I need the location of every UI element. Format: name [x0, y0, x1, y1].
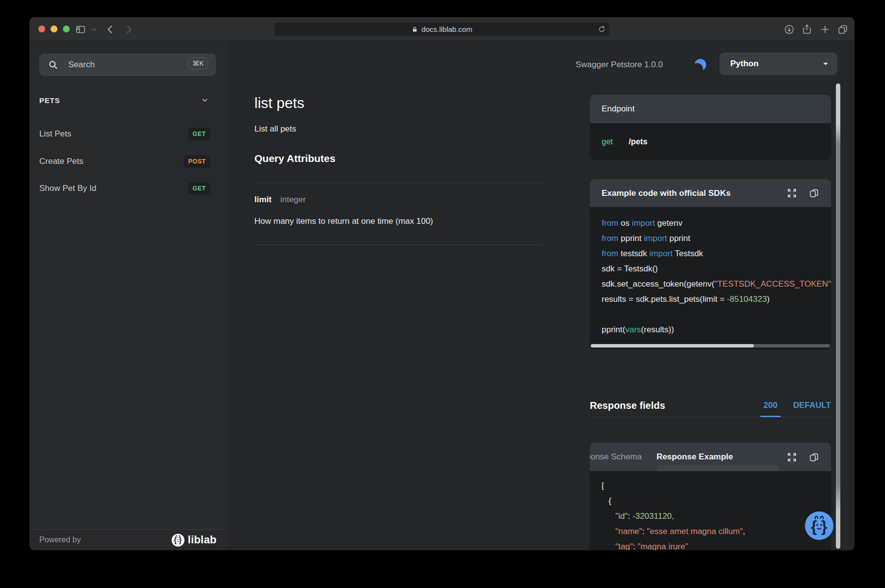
search-placeholder: Search: [68, 60, 95, 70]
attribute-row: limit integer: [254, 195, 306, 205]
page-subtitle: List all pets: [254, 124, 296, 134]
liblab-logo[interactable]: {} liblab: [171, 534, 217, 547]
language-selected-value: Python: [730, 59, 759, 69]
response-example-card: Response Schema Response Example: [590, 443, 831, 550]
example-code-card: Example code with official SDKs: [590, 179, 831, 350]
tab-response-schema[interactable]: Response Schema: [590, 452, 642, 462]
search-input[interactable]: Search ⌘K: [39, 53, 216, 76]
horizontal-scrollbar[interactable]: [591, 344, 830, 347]
zoom-window-button[interactable]: [63, 26, 70, 32]
lock-icon: [412, 26, 418, 33]
endpoint-title: Endpoint: [602, 104, 635, 114]
method-badge-get: GET: [188, 128, 210, 140]
example-card-title: Example code with official SDKs: [602, 188, 731, 198]
search-shortcut-badge: ⌘K: [188, 57, 208, 69]
tab-response-example[interactable]: Response Example: [657, 452, 733, 462]
desktop-background: docs.liblab.com: [0, 0, 885, 588]
tab-200[interactable]: 200: [764, 401, 777, 410]
chevron-down-icon: [822, 60, 830, 68]
share-icon[interactable]: [802, 24, 812, 35]
sidebar-item-list-pets[interactable]: List Pets GET: [39, 125, 216, 143]
page-title: list pets: [254, 95, 304, 111]
endpoint-card: Endpoint get /pets: [590, 95, 831, 160]
endpoint-card-body: get /pets: [590, 123, 831, 160]
brand-name: liblab: [188, 534, 217, 546]
sidebar-footer: Powered by {} liblab: [29, 529, 227, 550]
endpoint-card-header: Endpoint: [590, 95, 831, 123]
refresh-icon[interactable]: [598, 25, 606, 33]
close-window-button[interactable]: [38, 26, 45, 32]
forward-button[interactable]: [123, 24, 134, 35]
sidebar-item-show-pet-by-id[interactable]: Show Pet By Id GET: [39, 180, 216, 197]
nav-item-label: Show Pet By Id: [39, 184, 96, 193]
copy-icon[interactable]: [809, 452, 819, 462]
liblab-llama-icon: {}: [171, 534, 185, 547]
nav-item-label: Create Pets: [39, 157, 83, 166]
response-fields-title: Response fields: [590, 400, 665, 411]
horizontal-scrollbar-thumb[interactable]: [591, 344, 754, 347]
tab-default[interactable]: DEFAULT: [793, 401, 831, 410]
chat-llama-icon: {}: [805, 511, 833, 540]
api-title: Swagger Petstore 1.0.0: [576, 60, 663, 70]
sidebar-toggle-icon[interactable]: [75, 24, 86, 35]
method-badge-get: GET: [188, 182, 210, 195]
chat-widget-button[interactable]: {}: [805, 511, 833, 540]
svg-text:}: }: [821, 517, 827, 535]
tab-overview-icon[interactable]: [837, 24, 848, 35]
browser-window: docs.liblab.com: [29, 17, 855, 550]
expand-icon[interactable]: [787, 452, 797, 462]
svg-text:{: {: [174, 536, 177, 544]
new-tab-icon[interactable]: [820, 24, 830, 35]
attribute-description: How many items to return at one time (ma…: [254, 216, 433, 226]
nav-item-label: List Pets: [39, 129, 71, 139]
language-select[interactable]: Python: [719, 53, 837, 75]
divider: [254, 183, 543, 183]
example-card-header: Example code with official SDKs: [590, 179, 831, 207]
address-bar[interactable]: docs.liblab.com: [275, 23, 609, 36]
svg-text:}: }: [179, 536, 182, 544]
endpoint-path: /pets: [629, 137, 648, 146]
response-json-block[interactable]: [{"id": -32031120,"name": "esse amet mag…: [590, 471, 831, 550]
section-label: PETS: [39, 96, 60, 105]
chevron-down-icon[interactable]: [200, 96, 209, 105]
search-icon: [48, 60, 58, 70]
url-text: docs.liblab.com: [421, 25, 472, 33]
sidebar-item-create-pets[interactable]: Create Pets POST: [39, 153, 216, 170]
dark-mode-toggle-moon-icon[interactable]: [693, 57, 708, 72]
method-badge-post: POST: [184, 155, 210, 168]
response-card-header: Response Schema Response Example: [590, 443, 831, 471]
minimize-window-button[interactable]: [51, 26, 57, 32]
response-fields-section: Response fields 200 DEFAULT: [590, 394, 831, 417]
sidebar-chevron-down-icon[interactable]: [90, 26, 98, 33]
query-attributes-heading: Query Attributes: [254, 153, 335, 164]
active-tab-highlight: [658, 465, 779, 471]
divider: [254, 244, 543, 245]
attribute-type: integer: [280, 195, 306, 204]
endpoint-method: get: [602, 137, 613, 146]
back-button[interactable]: [105, 24, 116, 35]
browser-toolbar: docs.liblab.com: [29, 17, 855, 41]
copy-icon[interactable]: [809, 188, 819, 198]
traffic-lights: [38, 26, 70, 32]
expand-icon[interactable]: [787, 188, 797, 198]
svg-text:{: {: [811, 517, 817, 535]
attribute-name: limit: [254, 195, 272, 204]
powered-by-label: Powered by: [39, 535, 81, 544]
vertical-scrollbar[interactable]: [836, 83, 840, 549]
sidebar-section-pets[interactable]: PETS: [39, 96, 216, 105]
docs-sidebar: Search ⌘K PETS List Pets GET Create Pets…: [29, 41, 227, 550]
downloads-icon[interactable]: [784, 24, 795, 35]
sdk-code-block[interactable]: from os import getenvfrom pprint import …: [590, 207, 831, 337]
